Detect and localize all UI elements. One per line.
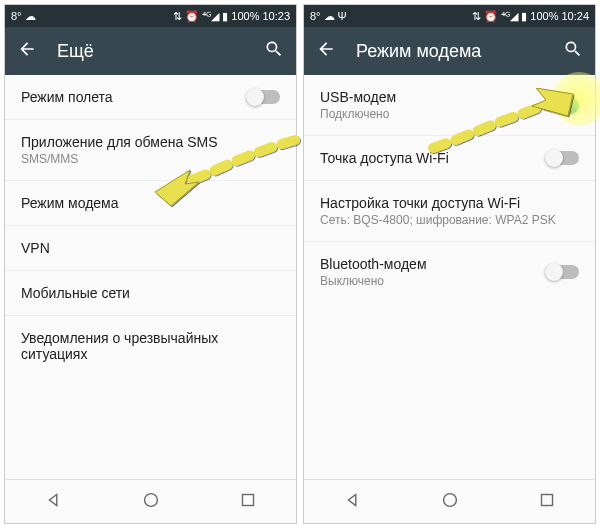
search-button[interactable] [264, 39, 284, 63]
item-title: Режим полета [21, 89, 246, 105]
settings-list: Режим полета Приложение для обмена SMS S… [5, 75, 296, 479]
clock: 10:24 [561, 10, 589, 22]
list-item-bt-modem[interactable]: Bluetooth-модем Выключено [304, 242, 595, 302]
list-item-tethering[interactable]: Режим модема [5, 181, 296, 226]
item-title: Уведомления о чрезвычайных ситуациях [21, 330, 280, 362]
phone-right: 8° ☁ Ψ ⇅ ⏰ ⁴ᴳ◢ ▮ 100% 10:24 Режим модема… [303, 4, 596, 524]
svg-rect-1 [242, 494, 253, 505]
nav-back-button[interactable] [43, 489, 65, 515]
transfer-icon: ⇅ [173, 10, 182, 23]
temperature: 8° [310, 10, 321, 22]
item-title: Точка доступа Wi-Fi [320, 150, 545, 166]
page-title: Режим модема [356, 41, 481, 62]
toggle-bt-modem[interactable] [545, 265, 579, 279]
item-title: Режим модема [21, 195, 280, 211]
nav-home-button[interactable] [140, 489, 162, 515]
nav-recent-button[interactable] [237, 489, 259, 515]
phone-left: 8° ☁ ⇅ ⏰ ⁴ᴳ◢ ▮ 100% 10:23 Ещё Режим поле… [4, 4, 297, 524]
settings-list: USB-модем Подключено Точка доступа Wi-Fi… [304, 75, 595, 479]
back-button[interactable] [17, 39, 37, 63]
item-title: Мобильные сети [21, 285, 280, 301]
toggle-usb-modem[interactable] [545, 98, 579, 112]
item-subtitle: Подключено [320, 107, 545, 121]
navigation-bar [304, 479, 595, 523]
app-bar: Режим модема [304, 27, 595, 75]
status-bar: 8° ☁ ⇅ ⏰ ⁴ᴳ◢ ▮ 100% 10:23 [5, 5, 296, 27]
alarm-icon: ⏰ [484, 10, 498, 23]
battery-percent: 100% [231, 10, 259, 22]
list-item-vpn[interactable]: VPN [5, 226, 296, 271]
clock: 10:23 [262, 10, 290, 22]
alarm-icon: ⏰ [185, 10, 199, 23]
battery-icon: ▮ [222, 10, 228, 23]
nav-recent-button[interactable] [536, 489, 558, 515]
nav-back-button[interactable] [342, 489, 364, 515]
item-subtitle: SMS/MMS [21, 152, 280, 166]
list-item-usb-modem[interactable]: USB-модем Подключено [304, 75, 595, 136]
list-item-emergency[interactable]: Уведомления о чрезвычайных ситуациях [5, 316, 296, 376]
svg-point-2 [443, 493, 456, 506]
app-bar: Ещё [5, 27, 296, 75]
status-bar: 8° ☁ Ψ ⇅ ⏰ ⁴ᴳ◢ ▮ 100% 10:24 [304, 5, 595, 27]
item-title: VPN [21, 240, 280, 256]
transfer-icon: ⇅ [472, 10, 481, 23]
item-title: Настройка точки доступа Wi-Fi [320, 195, 579, 211]
signal-icon: ⁴ᴳ◢ [202, 10, 219, 23]
item-title: Приложение для обмена SMS [21, 134, 280, 150]
list-item-sms[interactable]: Приложение для обмена SMS SMS/MMS [5, 120, 296, 181]
item-title: USB-модем [320, 89, 545, 105]
list-item-wifi-settings[interactable]: Настройка точки доступа Wi-Fi Сеть: BQS-… [304, 181, 595, 242]
battery-percent: 100% [530, 10, 558, 22]
usb-icon: Ψ [338, 10, 347, 22]
toggle-airplane[interactable] [246, 90, 280, 104]
list-item-airplane[interactable]: Режим полета [5, 75, 296, 120]
weather-icon: ☁ [324, 10, 335, 23]
search-button[interactable] [563, 39, 583, 63]
toggle-wifi-hotspot[interactable] [545, 151, 579, 165]
svg-point-0 [144, 493, 157, 506]
signal-icon: ⁴ᴳ◢ [501, 10, 518, 23]
battery-icon: ▮ [521, 10, 527, 23]
back-button[interactable] [316, 39, 336, 63]
temperature: 8° [11, 10, 22, 22]
item-subtitle: Выключено [320, 274, 545, 288]
nav-home-button[interactable] [439, 489, 461, 515]
svg-rect-3 [541, 494, 552, 505]
item-title: Bluetooth-модем [320, 256, 545, 272]
item-subtitle: Сеть: BQS-4800; шифрование: WPA2 PSK [320, 213, 579, 227]
navigation-bar [5, 479, 296, 523]
list-item-mobile-networks[interactable]: Мобильные сети [5, 271, 296, 316]
page-title: Ещё [57, 41, 94, 62]
list-item-wifi-hotspot[interactable]: Точка доступа Wi-Fi [304, 136, 595, 181]
weather-icon: ☁ [25, 10, 36, 23]
